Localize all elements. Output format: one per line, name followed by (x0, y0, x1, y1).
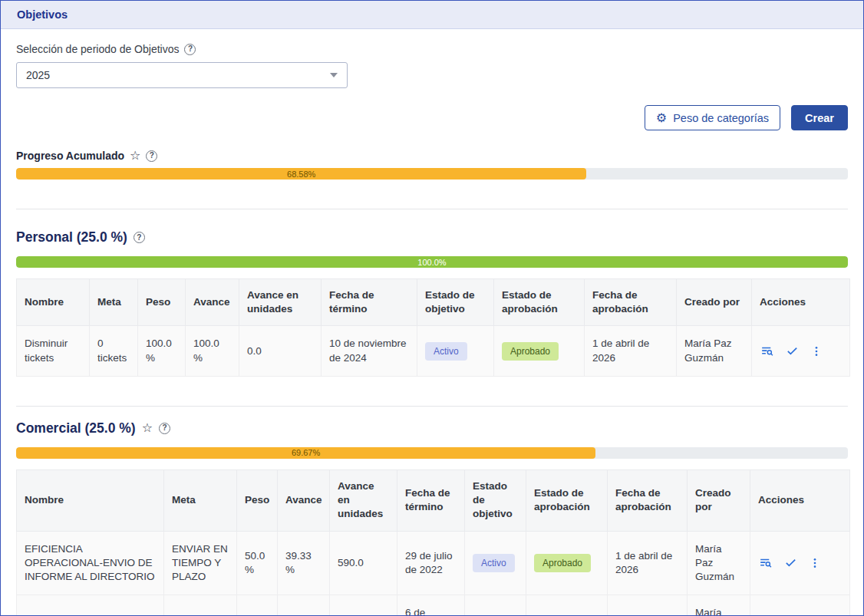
column-header: Estado de objetivo (417, 279, 494, 326)
cell-peso: 100.0 % (138, 326, 186, 376)
cell-avance-unidades: 590.0 (330, 531, 397, 595)
kebab-menu-icon[interactable] (809, 557, 821, 569)
cell-estado-objetivo: Activo (465, 531, 526, 595)
row-actions (758, 555, 842, 570)
cell-avance: 100.0 % (186, 326, 239, 376)
overall-progress-label: Progreso Acumulado (16, 150, 124, 162)
cell-estado-aprobacion: Aprobado (494, 326, 585, 376)
period-select-label-row: Selección de periodo de Objetivos ? (16, 43, 848, 55)
help-icon[interactable]: ? (184, 44, 196, 55)
period-select-value: 2025 (26, 69, 50, 81)
divider (16, 209, 848, 209)
cell-nombre: EFICIENCIA OPERACIONAL-ENVIO DE INFORME … (17, 531, 164, 595)
section-header-personal: Personal (25.0 %) ? (16, 229, 848, 245)
column-header: Estado de aprobación (494, 279, 585, 326)
column-header: Acciones (750, 469, 850, 531)
table-row: Disminuir tickets 0 tickets 100.0 % 100.… (17, 326, 850, 376)
cell-peso: 50.0 % (237, 531, 278, 595)
column-header: Fecha de término (397, 469, 465, 531)
cell-meta: 0 tickets (90, 326, 138, 376)
cell-creado-por: María Paz Guzmán (677, 326, 752, 376)
divider (16, 406, 848, 407)
overall-progress-bar: 68.58% (16, 168, 848, 180)
page-header: Objetivos (1, 1, 863, 29)
row-actions (760, 344, 842, 358)
cell-acciones (750, 595, 850, 616)
toolbar: ⚙ Peso de categorías Crear (16, 105, 848, 130)
section-title: Comercial (25.0 %) (16, 420, 136, 436)
detail-search-icon[interactable] (760, 344, 774, 358)
column-header: Peso (237, 469, 278, 531)
section-header-comercial: Comercial (25.0 %) ☆ ? (16, 420, 848, 436)
table-row: Boletas rendidas 100 50.0 % 120.0 % 120.… (17, 595, 850, 616)
approval-badge: Aprobado (502, 342, 559, 361)
personal-progress-fill: 100.0% (16, 256, 848, 268)
column-header: Creado por (688, 469, 750, 531)
overall-progress-header: Progreso Acumulado ☆ ? (16, 150, 848, 162)
cell-fecha-termino: 6 de octubre de 2024 (397, 595, 465, 616)
column-header: Acciones (752, 279, 850, 326)
column-header: Meta (164, 469, 237, 531)
personal-progress-value: 100.0% (417, 258, 446, 267)
category-weights-button[interactable]: ⚙ Peso de categorías (645, 105, 780, 130)
cell-acciones (752, 326, 850, 376)
cell-nombre: Boletas rendidas (17, 595, 164, 616)
star-icon[interactable]: ☆ (130, 150, 140, 162)
create-button[interactable]: Crear (791, 105, 848, 130)
help-icon[interactable]: ? (146, 150, 157, 162)
cell-peso: 50.0 % (237, 595, 278, 616)
comercial-progress-bar: 69.67% (16, 447, 848, 459)
comercial-progress-fill: 69.67% (16, 447, 595, 459)
comercial-progress-value: 69.67% (292, 448, 320, 457)
cell-avance-unidades: 120.0 (330, 595, 397, 616)
cell-nombre: Disminuir tickets (17, 326, 90, 376)
cell-fecha-aprobacion: 1 de abril de 2026 (585, 326, 677, 376)
column-header: Nombre (17, 469, 164, 531)
section-title: Personal (25.0 %) (16, 229, 127, 245)
column-header: Creado por (677, 279, 752, 326)
cell-creado-por: María Paz Guzmán (688, 531, 750, 595)
objetivos-page: Objetivos Selección de periodo de Objeti… (0, 0, 864, 616)
status-badge: Activo (425, 342, 467, 361)
cell-estado-objetivo: Activo (465, 595, 526, 616)
period-select[interactable]: 2025 (16, 62, 348, 88)
status-badge: Activo (473, 554, 515, 572)
kebab-menu-icon[interactable] (810, 345, 823, 357)
cell-fecha-termino: 29 de julio de 2022 (397, 531, 465, 595)
comercial-objectives-table: Nombre Meta Peso Avance Avance en unidad… (16, 469, 850, 616)
check-icon[interactable] (784, 556, 797, 569)
cell-meta: ENVIAR EN TIEMPO Y PLAZO (164, 531, 237, 595)
overall-progress-value: 68.58% (287, 170, 315, 179)
column-header: Meta (90, 279, 138, 326)
cell-creado-por: María Paz Guzmán (688, 595, 750, 616)
cell-fecha-aprobacion: 23 de marzo de 2026 (608, 595, 688, 616)
overall-progress-fill: 68.58% (16, 168, 586, 180)
help-icon[interactable]: ? (134, 232, 145, 243)
table-header-row: Nombre Meta Peso Avance Avance en unidad… (17, 469, 850, 531)
cell-avance-unidades: 0.0 (239, 326, 322, 376)
column-header: Estado de objetivo (465, 469, 526, 531)
column-header: Estado de aprobación (526, 469, 608, 531)
category-weights-label: Peso de categorías (673, 112, 769, 124)
column-header: Fecha de aprobación (608, 469, 688, 531)
chevron-down-icon (330, 73, 338, 77)
cell-estado-aprobacion: Aprobado (526, 531, 608, 595)
column-header: Avance en unidades (239, 279, 322, 326)
cell-acciones (750, 531, 850, 595)
detail-search-icon[interactable] (758, 555, 773, 570)
page-content: Selección de periodo de Objetivos ? 2025… (1, 43, 863, 616)
star-icon[interactable]: ☆ (142, 422, 153, 434)
check-icon[interactable] (786, 344, 799, 357)
column-header: Nombre (17, 279, 90, 326)
column-header: Avance (278, 469, 330, 531)
period-select-label: Selección de periodo de Objetivos (16, 43, 179, 55)
personal-objectives-table: Nombre Meta Peso Avance Avance en unidad… (16, 278, 850, 377)
personal-progress-bar: 100.0% (16, 256, 848, 268)
help-icon[interactable]: ? (159, 423, 170, 434)
column-header: Avance (186, 279, 239, 326)
table-row: EFICIENCIA OPERACIONAL-ENVIO DE INFORME … (17, 531, 850, 595)
column-header: Peso (138, 279, 186, 326)
cell-meta: 100 (164, 595, 237, 616)
page-title: Objetivos (17, 8, 68, 21)
approval-badge: Aprobado (534, 554, 591, 572)
